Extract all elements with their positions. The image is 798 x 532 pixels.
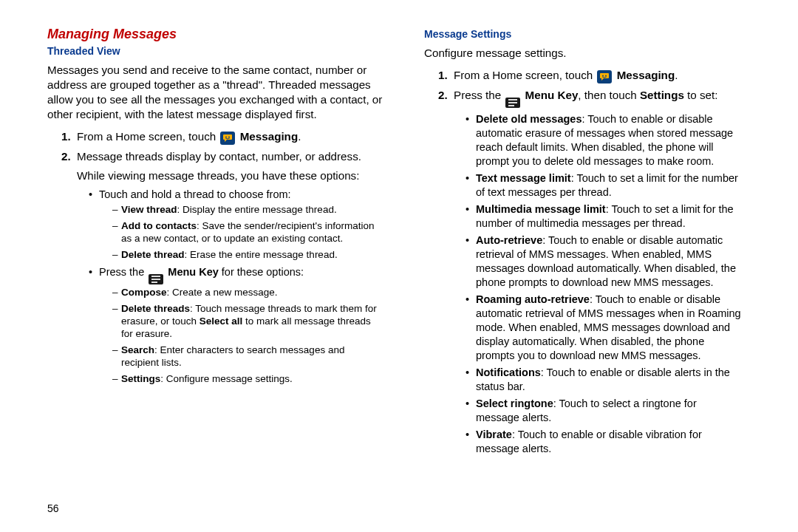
svg-point-0 bbox=[226, 137, 228, 138]
menu-key-items: Compose: Create a new message. Delete th… bbox=[99, 286, 383, 385]
manual-page: Managing Messages Threaded View Messages… bbox=[0, 0, 798, 532]
subsection-heading: Threaded View bbox=[47, 45, 383, 57]
svg-point-3 bbox=[606, 75, 607, 77]
step-2: Message threads display by contact, numb… bbox=[74, 149, 383, 385]
menu-key-icon bbox=[505, 98, 520, 108]
messaging-icon bbox=[597, 70, 612, 83]
left-column: Managing Messages Threaded View Messages… bbox=[47, 27, 395, 523]
step-2: Press the Menu Key, then touch Settings … bbox=[451, 88, 742, 456]
threaded-steps: From a Home screen, touch Messaging. Mes… bbox=[47, 129, 383, 385]
option-menu-key: Press the Menu Key for these options: Co… bbox=[89, 265, 383, 385]
section-heading: Managing Messages bbox=[47, 27, 383, 42]
thread-options: Touch and hold a thread to choose from: … bbox=[77, 188, 383, 385]
step-1: From a Home screen, touch Messaging. bbox=[74, 129, 383, 145]
subsection-heading: Message Settings bbox=[424, 28, 742, 40]
step-1: From a Home screen, touch Messaging. bbox=[451, 68, 742, 83]
page-number: 56 bbox=[47, 502, 59, 514]
svg-point-2 bbox=[603, 75, 604, 77]
option-touch-hold: Touch and hold a thread to choose from: … bbox=[89, 188, 383, 261]
settings-items: Delete old messages: Touch to enable or … bbox=[454, 112, 742, 456]
intro-paragraph: Messages you send and receive to the sam… bbox=[47, 63, 383, 122]
right-column: Message Settings Configure message setti… bbox=[395, 27, 742, 523]
touch-hold-items: View thread: Display the entire message … bbox=[99, 203, 383, 261]
intro-paragraph: Configure message settings. bbox=[424, 46, 742, 61]
messaging-icon bbox=[220, 132, 235, 145]
settings-steps: From a Home screen, touch Messaging. Pre… bbox=[424, 68, 742, 456]
menu-key-icon bbox=[149, 274, 163, 284]
svg-point-1 bbox=[229, 137, 231, 138]
